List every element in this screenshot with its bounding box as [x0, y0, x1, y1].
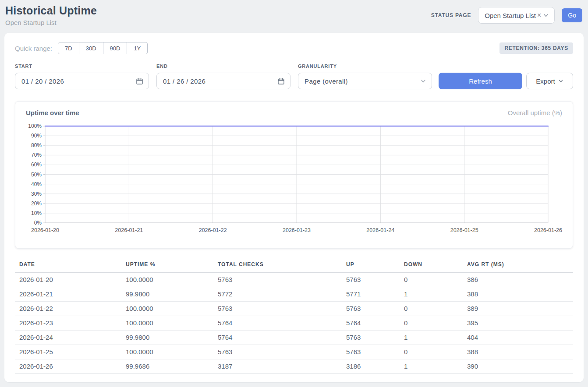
- calendar-icon[interactable]: [136, 77, 143, 85]
- end-date-input[interactable]: 01 / 26 / 2026: [156, 73, 290, 89]
- calendar-icon[interactable]: [277, 77, 285, 85]
- table-cell: 100.0000: [121, 316, 213, 331]
- column-header: DATE: [15, 258, 121, 273]
- column-header: UP: [342, 258, 400, 273]
- table-cell: 5763: [213, 273, 342, 287]
- table-cell: 3187: [213, 359, 342, 374]
- go-button[interactable]: Go: [562, 8, 582, 22]
- svg-text:2026-01-24: 2026-01-24: [366, 227, 394, 233]
- table-cell: 5764: [213, 331, 342, 345]
- table-row: 2026-01-20100.0000576357630386: [15, 273, 573, 287]
- table-cell: 1: [400, 331, 463, 345]
- table-row: 2026-01-25100.0000576357630388: [15, 345, 573, 359]
- quick-range-button-7d[interactable]: 7D: [58, 42, 79, 54]
- table-cell: 2026-01-22: [15, 302, 121, 316]
- table-cell: 5764: [213, 316, 342, 331]
- controls-row: START 01 / 20 / 2026 END 01 / 26 / 2026 …: [15, 63, 573, 89]
- clear-icon[interactable]: ×: [537, 12, 541, 19]
- export-button-label: Export: [536, 77, 555, 85]
- start-date-input[interactable]: 01 / 20 / 2026: [15, 73, 149, 89]
- export-button[interactable]: Export: [526, 73, 573, 89]
- table-cell: 2026-01-23: [15, 316, 121, 331]
- table-cell: 100.0000: [121, 273, 213, 287]
- header-right: STATUS PAGE Open Startup List × Go: [431, 7, 582, 24]
- table-cell: 5763: [213, 302, 342, 316]
- table-cell: 100.0000: [121, 345, 213, 359]
- svg-text:10%: 10%: [31, 210, 42, 216]
- svg-text:70%: 70%: [31, 152, 42, 158]
- uptime-chart: 0%10%20%30%40%50%60%70%80%90%100%2026-01…: [26, 122, 562, 236]
- column-header: AVG RT (MS): [463, 258, 573, 273]
- svg-text:0%: 0%: [34, 220, 42, 226]
- quick-range-button-30d[interactable]: 30D: [79, 42, 103, 54]
- table-cell: 5771: [342, 287, 400, 302]
- table-row: 2026-01-22100.0000576357630389: [15, 302, 573, 316]
- table-row: 2026-01-23100.0000576457640395: [15, 316, 573, 331]
- svg-text:2026-01-21: 2026-01-21: [115, 227, 143, 233]
- table-header-row: DATEUPTIME %TOTAL CHECKSUPDOWNAVG RT (MS…: [15, 258, 573, 273]
- start-date-field: START 01 / 20 / 2026: [15, 63, 149, 89]
- svg-text:50%: 50%: [31, 172, 42, 178]
- table-row: 2026-01-2699.9686318731861390: [15, 359, 573, 374]
- table-cell: 5763: [342, 302, 400, 316]
- table-cell: 99.9800: [121, 287, 213, 302]
- svg-text:2026-01-25: 2026-01-25: [450, 227, 478, 233]
- main-card: Quick range: 7D30D90D1Y RETENTION: 365 D…: [4, 33, 584, 382]
- title-block: Historical Uptime Open Startup List: [5, 4, 97, 26]
- chevron-down-icon: [420, 78, 426, 84]
- table-cell: 5763: [342, 273, 400, 287]
- table-cell: 100.0000: [121, 302, 213, 316]
- chart-card: Uptime over time Overall uptime (%) 0%10…: [15, 101, 573, 249]
- refresh-button[interactable]: Refresh: [439, 73, 522, 89]
- quick-range-row: Quick range: 7D30D90D1Y RETENTION: 365 D…: [15, 42, 573, 54]
- table-cell: 0: [400, 273, 463, 287]
- start-date-value: 01 / 20 / 2026: [21, 77, 64, 85]
- svg-text:2026-01-23: 2026-01-23: [283, 227, 311, 233]
- chart-legend: Overall uptime (%): [508, 109, 562, 116]
- table-cell: 0: [400, 302, 463, 316]
- table-cell: 2026-01-24: [15, 331, 121, 345]
- table-cell: 2026-01-25: [15, 345, 121, 359]
- table-cell: 388: [463, 345, 573, 359]
- svg-text:40%: 40%: [31, 181, 42, 187]
- svg-text:80%: 80%: [31, 142, 42, 148]
- table-row: 2026-01-2199.9800577257711388: [15, 287, 573, 302]
- svg-text:100%: 100%: [28, 123, 42, 129]
- table-cell: 388: [463, 287, 573, 302]
- table-cell: 5763: [342, 345, 400, 359]
- page-title: Historical Uptime: [5, 4, 97, 17]
- uptime-table: DATEUPTIME %TOTAL CHECKSUPDOWNAVG RT (MS…: [15, 258, 573, 374]
- svg-text:2026-01-26: 2026-01-26: [534, 227, 562, 233]
- chevron-down-icon: [558, 78, 563, 84]
- svg-text:30%: 30%: [31, 191, 42, 197]
- table-cell: 2026-01-21: [15, 287, 121, 302]
- table-body: 2026-01-20100.00005763576303862026-01-21…: [15, 273, 573, 374]
- quick-range-button-1y[interactable]: 1Y: [127, 42, 148, 54]
- chart-area: 0%10%20%30%40%50%60%70%80%90%100%2026-01…: [26, 122, 562, 238]
- table-cell: 395: [463, 316, 573, 331]
- page-subtitle: Open Startup List: [5, 19, 97, 26]
- table-cell: 2026-01-26: [15, 359, 121, 374]
- svg-text:20%: 20%: [31, 201, 42, 207]
- table-cell: 0: [400, 345, 463, 359]
- end-label: END: [156, 63, 290, 69]
- column-header: TOTAL CHECKS: [213, 258, 342, 273]
- quick-range-button-90d[interactable]: 90D: [103, 42, 128, 54]
- table-cell: 2026-01-20: [15, 273, 121, 287]
- table-cell: 5764: [342, 316, 400, 331]
- granularity-field: GRANULARITY Page (overall): [298, 63, 432, 89]
- table-cell: 1: [400, 359, 463, 374]
- status-page-label: STATUS PAGE: [431, 12, 471, 18]
- svg-text:60%: 60%: [31, 162, 42, 168]
- svg-text:2026-01-22: 2026-01-22: [199, 227, 227, 233]
- table-cell: 5772: [213, 287, 342, 302]
- table-cell: 5763: [342, 331, 400, 345]
- column-header: UPTIME %: [121, 258, 213, 273]
- table-cell: 3186: [342, 359, 400, 374]
- column-header: DOWN: [400, 258, 463, 273]
- granularity-select[interactable]: Page (overall): [298, 73, 432, 89]
- table-cell: 5763: [213, 345, 342, 359]
- quick-range-label: Quick range:: [15, 45, 52, 52]
- end-date-field: END 01 / 26 / 2026: [156, 63, 290, 89]
- status-page-select[interactable]: Open Startup List ×: [478, 7, 555, 24]
